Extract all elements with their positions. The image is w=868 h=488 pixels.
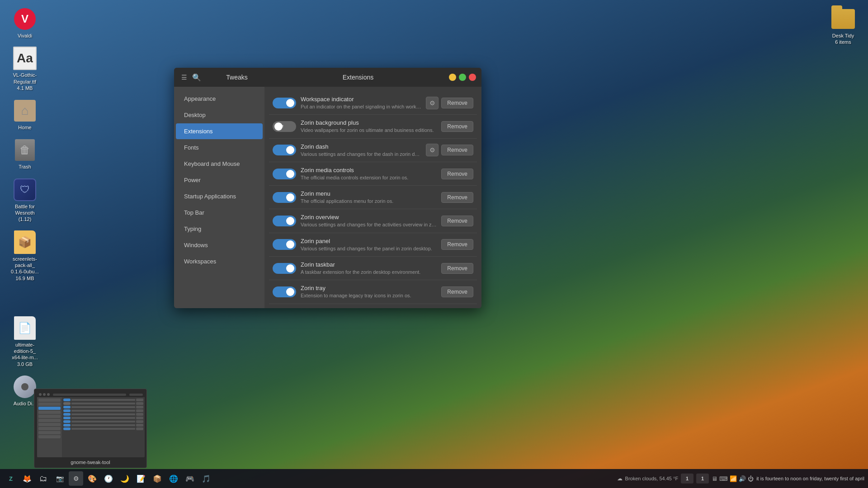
screenlets-label: screenlets- pack-all_ 0.1.6-0ubu... 16.9… bbox=[11, 256, 39, 282]
folder-icon bbox=[831, 9, 855, 29]
thumbnail-label: gnome-tweak-tool bbox=[37, 460, 144, 465]
font-label: VL-Gothic- Regular.ttf 4.1 MB bbox=[13, 72, 37, 91]
window-controls: ─ □ ✕ bbox=[449, 74, 476, 81]
settings-workspace-indicator[interactable]: ⚙ bbox=[426, 97, 439, 109]
display-icon[interactable]: 🖥 bbox=[712, 475, 717, 482]
remove-workspace-indicator[interactable]: Remove bbox=[441, 98, 473, 108]
sidebar-item-startup-apps[interactable]: Startup Applications bbox=[176, 188, 263, 204]
desktop-icon-ultimate[interactable]: 📄 ultimate- edition-5_ x64-lite-m... 3.0… bbox=[5, 314, 45, 370]
ext-name-workspace-indicator: Workspace indicator bbox=[301, 96, 421, 103]
workspace-indicator-2[interactable]: 1 bbox=[696, 474, 709, 483]
ext-row-zorin-winlist: ON Zorin window list bottom panel Remove bbox=[269, 304, 477, 308]
sidebar-item-fonts[interactable]: Fonts bbox=[176, 140, 263, 155]
desktop-icons-left: V Vivaldi Aa VL-Gothic- Regular.ttf 4.1 … bbox=[0, 0, 50, 414]
taskbar-archive-icon[interactable]: 📦 bbox=[150, 471, 165, 486]
toggle-zorin-media[interactable]: ON bbox=[273, 169, 296, 179]
remove-zorin-bg[interactable]: Remove bbox=[441, 121, 473, 132]
sidebar-item-appearance[interactable]: Appearance bbox=[176, 91, 263, 107]
remove-zorin-overview[interactable]: Remove bbox=[441, 216, 473, 226]
window-titlebar: ☰ 🔍 Tweaks Extensions ─ □ ✕ bbox=[174, 68, 481, 87]
keyboard-icon[interactable]: ⌨ bbox=[719, 475, 728, 482]
network-tray-icon[interactable]: 📶 bbox=[730, 475, 737, 482]
desktop-icon-screenlets[interactable]: 📦 screenlets- pack-all_ 0.1.6-0ubu... 16… bbox=[5, 228, 45, 284]
ext-actions-zorin-bg: Remove bbox=[441, 121, 473, 132]
settings-zorin-dash[interactable]: ⚙ bbox=[426, 144, 439, 156]
sidebar: Appearance Desktop Extensions Fonts Keyb… bbox=[174, 87, 264, 308]
taskbar-timeshift-icon[interactable]: 🕐 bbox=[101, 471, 116, 486]
taskbar-settings-icon[interactable]: ⚙ bbox=[69, 471, 83, 486]
remove-zorin-dash[interactable]: Remove bbox=[441, 145, 473, 155]
sidebar-item-extensions[interactable]: Extensions bbox=[176, 123, 263, 139]
game-label: Battle for Wesnoth (1.12) bbox=[15, 203, 35, 223]
ext-desc-workspace-indicator: Put an indicator on the panel signaling … bbox=[301, 103, 421, 110]
ext-desc-zorin-tray: Extension to manage legacy tray icons in… bbox=[301, 292, 437, 299]
toggle-zorin-panel[interactable]: ON bbox=[273, 239, 296, 250]
ext-desc-zorin-menu: The official applications menu for zorin… bbox=[301, 198, 437, 204]
ext-name-zorin-bg: Zorin background plus bbox=[301, 119, 437, 126]
desktop-icon-desk-tidy[interactable]: Desk Tidy 6 items bbox=[823, 5, 863, 48]
remove-zorin-media[interactable]: Remove bbox=[441, 169, 473, 179]
minimize-button[interactable]: ─ bbox=[449, 74, 456, 81]
ext-row-zorin-taskbar: ON Zorin taskbar A taskbar extension for… bbox=[269, 257, 477, 280]
taskbar-network-icon[interactable]: 🌐 bbox=[166, 471, 181, 486]
audio-tray-icon[interactable]: 🔊 bbox=[739, 475, 746, 482]
desktop-icon-vivaldi[interactable]: V Vivaldi bbox=[5, 5, 45, 42]
sidebar-item-power[interactable]: Power bbox=[176, 172, 263, 188]
tweaks-menu-icon[interactable]: ☰ bbox=[179, 73, 189, 82]
font-file-icon: Aa bbox=[13, 47, 37, 70]
ext-desc-zorin-media: The official media controls extension fo… bbox=[301, 174, 437, 181]
toggle-zorin-taskbar[interactable]: ON bbox=[273, 263, 296, 274]
toggle-zorin-bg[interactable]: OFF bbox=[273, 121, 296, 132]
toggle-zorin-dash[interactable]: ON bbox=[273, 145, 296, 155]
desktop-icon-font[interactable]: Aa VL-Gothic- Regular.ttf 4.1 MB bbox=[5, 44, 45, 94]
ext-row-zorin-tray: ON Zorin tray Extension to manage legacy… bbox=[269, 280, 477, 304]
desktop-icon-home[interactable]: ⌂ Home bbox=[5, 96, 45, 133]
taskbar-editor-icon[interactable]: 📝 bbox=[134, 471, 148, 486]
ext-row-zorin-media: ON Zorin media controls The official med… bbox=[269, 162, 477, 186]
taskbar-plasma-icon[interactable]: 🎨 bbox=[85, 471, 99, 486]
ext-info-zorin-taskbar: Zorin taskbar A taskbar extension for th… bbox=[301, 261, 437, 275]
sidebar-item-workspaces[interactable]: Workspaces bbox=[176, 253, 263, 269]
search-icon[interactable]: 🔍 bbox=[192, 73, 201, 82]
sidebar-item-typing[interactable]: Typing bbox=[176, 221, 263, 237]
remove-zorin-menu[interactable]: Remove bbox=[441, 192, 473, 203]
ext-actions-zorin-panel: Remove bbox=[441, 239, 473, 250]
taskbar-thumbnail: gnome-tweak-tool bbox=[34, 389, 147, 468]
sidebar-item-windows[interactable]: Windows bbox=[176, 237, 263, 253]
ext-name-zorin-panel: Zorin panel bbox=[301, 238, 437, 244]
remove-zorin-taskbar[interactable]: Remove bbox=[441, 263, 473, 274]
taskbar-files-icon[interactable]: 🗂 bbox=[36, 471, 51, 486]
ext-actions-workspace-indicator: ⚙ Remove bbox=[426, 97, 473, 109]
taskbar-game-icon[interactable]: 🎮 bbox=[183, 471, 197, 486]
desktop-icon-game[interactable]: 🛡 Battle for Wesnoth (1.12) bbox=[5, 175, 45, 225]
close-button[interactable]: ✕ bbox=[469, 74, 476, 81]
remove-zorin-tray[interactable]: Remove bbox=[441, 286, 473, 297]
toggle-zorin-tray[interactable]: ON bbox=[273, 286, 296, 297]
taskbar-clock-icon[interactable]: 🌙 bbox=[118, 471, 132, 486]
ultimate-icon: 📄 bbox=[14, 316, 36, 340]
taskbar-screenshot-icon[interactable]: 📷 bbox=[52, 471, 67, 486]
ext-row-zorin-menu: ON Zorin menu The official applications … bbox=[269, 186, 477, 209]
toggle-zorin-menu[interactable]: ON bbox=[273, 192, 296, 203]
ext-name-zorin-taskbar: Zorin taskbar bbox=[301, 261, 437, 268]
ext-name-zorin-menu: Zorin menu bbox=[301, 190, 437, 197]
home-label: Home bbox=[18, 124, 31, 131]
ext-info-zorin-media: Zorin media controls The official media … bbox=[301, 167, 437, 181]
power-tray-icon[interactable]: ⏻ bbox=[748, 475, 754, 482]
toggle-zorin-overview[interactable]: ON bbox=[273, 216, 296, 226]
desktop-icons-right: Desk Tidy 6 items bbox=[823, 5, 863, 48]
window-title-tweaks: Tweaks bbox=[207, 74, 267, 81]
desktop-icon-trash[interactable]: 🗑 Trash bbox=[5, 136, 45, 173]
sidebar-item-top-bar[interactable]: Top Bar bbox=[176, 205, 263, 221]
sidebar-item-desktop[interactable]: Desktop bbox=[176, 107, 263, 123]
taskbar-firefox-icon[interactable]: 🦊 bbox=[20, 471, 34, 486]
taskbar-activities-button[interactable]: Z bbox=[4, 471, 18, 486]
workspace-indicator[interactable]: 1 bbox=[681, 474, 693, 483]
taskbar-media-icon[interactable]: 🎵 bbox=[199, 471, 213, 486]
remove-zorin-panel[interactable]: Remove bbox=[441, 239, 473, 250]
toggle-workspace-indicator[interactable]: ON bbox=[273, 98, 296, 108]
maximize-button[interactable]: □ bbox=[459, 74, 466, 81]
tweaks-window: ☰ 🔍 Tweaks Extensions ─ □ ✕ Appearance D… bbox=[174, 68, 481, 308]
sidebar-item-keyboard-mouse[interactable]: Keyboard and Mouse bbox=[176, 156, 263, 172]
ext-desc-zorin-overview: Various settings and changes for the act… bbox=[301, 221, 437, 228]
